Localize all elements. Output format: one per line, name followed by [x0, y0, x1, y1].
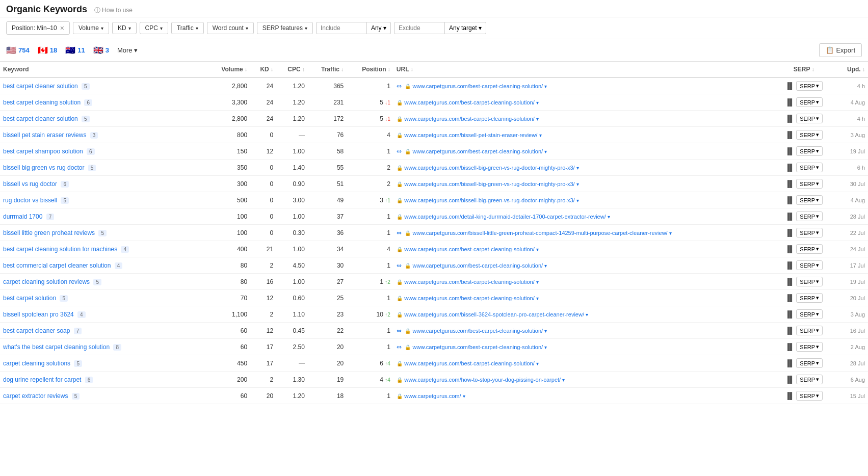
- volume-filter[interactable]: Volume ▾: [73, 22, 109, 34]
- col-header-traffic[interactable]: Traffic ↓: [308, 62, 347, 77]
- url-dropdown-icon[interactable]: ▾: [539, 133, 542, 138]
- url-link[interactable]: www.carpetgurus.com/bissell-pet-stain-er…: [404, 132, 537, 138]
- bar-chart-icon[interactable]: ▐▌: [785, 245, 794, 253]
- url-dropdown-icon[interactable]: ▾: [544, 328, 547, 334]
- keyword-link[interactable]: best carpet cleaner soap: [3, 327, 70, 334]
- keyword-link[interactable]: dog urine repellent for carpet: [3, 376, 81, 383]
- keyword-link[interactable]: bissell big green vs rug doctor: [3, 164, 84, 171]
- url-dropdown-icon[interactable]: ▾: [536, 247, 539, 252]
- url-dropdown-icon[interactable]: ▾: [544, 345, 547, 350]
- serp-button[interactable]: SERP ▾: [796, 146, 823, 156]
- url-dropdown-icon[interactable]: ▾: [586, 312, 588, 318]
- bar-chart-icon[interactable]: ▐▌: [785, 343, 794, 351]
- url-dropdown-icon[interactable]: ▾: [608, 214, 610, 220]
- include-input[interactable]: [316, 22, 367, 34]
- bar-chart-icon[interactable]: ▐▌: [785, 261, 794, 269]
- serp-button[interactable]: SERP ▾: [796, 391, 823, 401]
- serp-button[interactable]: SERP ▾: [796, 163, 823, 172]
- url-dropdown-icon[interactable]: ▾: [544, 149, 547, 154]
- url-link[interactable]: www.carpetgurus.com/bissell-little-green…: [413, 230, 668, 236]
- url-dropdown-icon[interactable]: ▾: [576, 198, 579, 203]
- url-link[interactable]: www.carpetgurus.com/how-to-stop-your-dog…: [404, 377, 561, 383]
- bar-chart-icon[interactable]: ▐▌: [785, 147, 794, 155]
- keyword-link[interactable]: best commercial carpet cleaner solution: [3, 262, 111, 269]
- keyword-link[interactable]: bissell spotclean pro 3624: [3, 311, 74, 318]
- url-link[interactable]: www.carpetgurus.com/: [404, 393, 461, 399]
- url-link[interactable]: www.carpetgurus.com/detail-king-durrmaid…: [404, 214, 606, 220]
- url-dropdown-icon[interactable]: ▾: [544, 263, 547, 269]
- url-link[interactable]: www.carpetgurus.com/best-carpet-cleaning…: [404, 279, 535, 285]
- more-button[interactable]: More ▾: [117, 46, 138, 54]
- serp-button[interactable]: SERP ▾: [796, 277, 823, 286]
- bar-chart-icon[interactable]: ▐▌: [785, 115, 794, 122]
- url-dropdown-icon[interactable]: ▾: [536, 296, 539, 301]
- serp-button[interactable]: SERP ▾: [796, 228, 823, 237]
- country-us[interactable]: 🇺🇸 754: [6, 45, 30, 55]
- bar-chart-icon[interactable]: ▐▌: [785, 392, 794, 400]
- any-target-button[interactable]: Any target ▾: [445, 22, 486, 34]
- url-dropdown-icon[interactable]: ▾: [562, 377, 565, 383]
- url-link[interactable]: www.carpetgurus.com/best-carpet-cleaning…: [413, 328, 543, 334]
- col-header-cpc[interactable]: CPC ↕: [276, 62, 308, 77]
- serp-button[interactable]: SERP ▾: [796, 130, 823, 140]
- keyword-link[interactable]: carpet extractor reviews: [3, 392, 68, 400]
- url-link[interactable]: www.carpetgurus.com/best-carpet-cleaning…: [413, 344, 543, 350]
- bar-chart-icon[interactable]: ▐▌: [785, 327, 794, 334]
- serp-button[interactable]: SERP ▾: [796, 195, 823, 205]
- bar-chart-icon[interactable]: ▐▌: [785, 359, 794, 367]
- keyword-link[interactable]: best carpet cleaning solution: [3, 99, 81, 106]
- url-link[interactable]: www.carpetgurus.com/bissell-3624-spotcle…: [404, 311, 584, 318]
- kd-filter[interactable]: KD ▾: [112, 22, 137, 34]
- keyword-link[interactable]: carpet cleaning solution reviews: [3, 278, 90, 285]
- url-link[interactable]: www.carpetgurus.com/bissell-big-green-vs…: [404, 181, 574, 187]
- keyword-link[interactable]: best carpet solution: [3, 295, 56, 302]
- include-any-button[interactable]: Any ▾: [367, 22, 391, 34]
- traffic-filter[interactable]: Traffic ▾: [171, 22, 204, 34]
- bar-chart-icon[interactable]: ▐▌: [785, 82, 794, 90]
- url-dropdown-icon[interactable]: ▾: [536, 279, 539, 285]
- url-dropdown-icon[interactable]: ▾: [536, 361, 539, 366]
- serp-features-filter[interactable]: SERP features ▾: [257, 22, 313, 34]
- url-dropdown-icon[interactable]: ▾: [544, 84, 547, 89]
- url-dropdown-icon[interactable]: ▾: [576, 181, 579, 187]
- url-link[interactable]: www.carpetgurus.com/best-carpet-cleaning…: [404, 116, 535, 122]
- cpc-filter[interactable]: CPC ▾: [140, 22, 168, 34]
- url-link[interactable]: www.carpetgurus.com/best-carpet-cleaning…: [404, 99, 535, 105]
- url-link[interactable]: www.carpetgurus.com/bissell-big-green-vs…: [404, 197, 574, 203]
- keyword-link[interactable]: durrmaid 1700: [3, 213, 42, 220]
- keyword-link[interactable]: bissell pet stain eraser reviews: [3, 131, 86, 139]
- keyword-link[interactable]: bissell vs rug doctor: [3, 180, 57, 188]
- keyword-link[interactable]: what's the best carpet cleaning solution: [3, 343, 110, 351]
- how-to-use-link[interactable]: ⓘ How to use: [94, 7, 133, 14]
- serp-button[interactable]: SERP ▾: [796, 211, 823, 221]
- bar-chart-icon[interactable]: ▐▌: [785, 164, 794, 171]
- serp-button[interactable]: SERP ▾: [796, 114, 823, 123]
- url-dropdown-icon[interactable]: ▾: [536, 116, 539, 122]
- bar-chart-icon[interactable]: ▐▌: [785, 376, 794, 383]
- keyword-link[interactable]: best carpet cleaning solution for machin…: [3, 246, 117, 253]
- url-link[interactable]: www.carpetgurus.com/best-carpet-cleaning…: [404, 360, 535, 366]
- keyword-link[interactable]: rug doctor vs bissell: [3, 197, 57, 204]
- bar-chart-icon[interactable]: ▐▌: [785, 196, 794, 204]
- serp-button[interactable]: SERP ▾: [796, 375, 823, 384]
- url-dropdown-icon[interactable]: ▾: [669, 230, 672, 236]
- serp-button[interactable]: SERP ▾: [796, 309, 823, 319]
- bar-chart-icon[interactable]: ▐▌: [785, 180, 794, 188]
- bar-chart-icon[interactable]: ▐▌: [785, 131, 794, 139]
- url-dropdown-icon[interactable]: ▾: [576, 165, 579, 171]
- url-link[interactable]: www.carpetgurus.com/best-carpet-cleaning…: [413, 262, 543, 269]
- exclude-input[interactable]: [394, 22, 445, 34]
- col-header-position[interactable]: Position ↕: [347, 62, 393, 77]
- bar-chart-icon[interactable]: ▐▌: [785, 294, 794, 302]
- col-header-upd[interactable]: Upd. ↕: [833, 62, 868, 77]
- col-header-kd[interactable]: KD ↕: [250, 62, 276, 77]
- keyword-link[interactable]: bissell little green proheat reviews: [3, 229, 95, 236]
- url-dropdown-icon[interactable]: ▾: [463, 393, 465, 399]
- country-ca[interactable]: 🇨🇦 18: [38, 45, 57, 55]
- serp-button[interactable]: SERP ▾: [796, 326, 823, 335]
- keyword-link[interactable]: best carpet cleaner solution: [3, 83, 78, 90]
- url-link[interactable]: www.carpetgurus.com/best-carpet-cleaning…: [413, 148, 543, 154]
- country-gb[interactable]: 🇬🇧 3: [93, 45, 109, 55]
- keyword-link[interactable]: carpet cleaning solutions: [3, 360, 70, 367]
- word-count-filter[interactable]: Word count ▾: [207, 22, 254, 34]
